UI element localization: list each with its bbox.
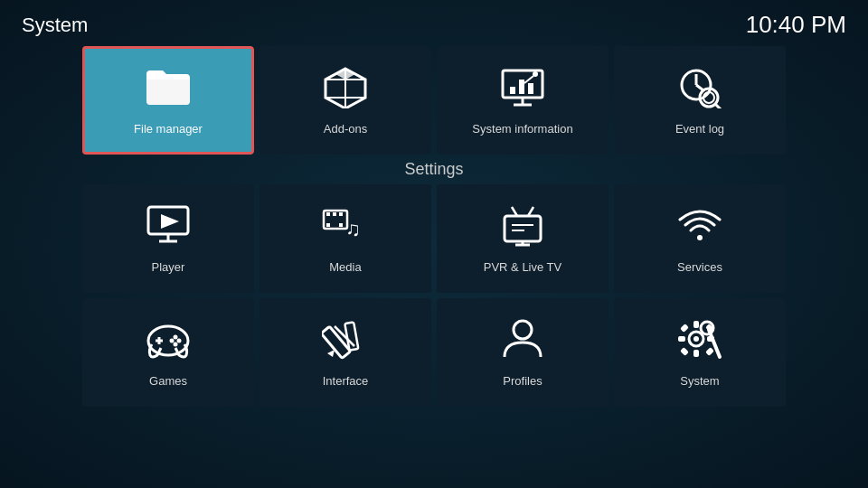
media-icon: ♫ <box>322 203 369 253</box>
svg-point-49 <box>514 321 532 339</box>
pvr-live-tv-icon <box>499 203 546 253</box>
profiles-label: Profiles <box>503 374 542 388</box>
tile-system[interactable]: System <box>614 298 786 407</box>
svg-rect-52 <box>693 321 699 328</box>
event-log-label: Event log <box>675 122 724 136</box>
svg-rect-28 <box>339 223 343 227</box>
media-label: Media <box>329 260 361 274</box>
svg-rect-27 <box>326 223 330 227</box>
profiles-icon <box>499 317 546 367</box>
settings-row-1: Player ♫ Media <box>0 184 868 293</box>
svg-point-51 <box>693 336 699 342</box>
svg-rect-59 <box>705 347 714 356</box>
tile-profiles[interactable]: Profiles <box>437 298 609 407</box>
tile-add-ons[interactable]: Add-ons <box>259 46 431 155</box>
svg-text:♫: ♫ <box>345 218 361 240</box>
file-manager-label: File manager <box>134 122 203 136</box>
svg-marker-4 <box>335 69 355 80</box>
svg-rect-25 <box>333 212 336 216</box>
settings-row-2: Games Interface Profiles <box>0 298 868 407</box>
tile-media[interactable]: ♫ Media <box>259 184 431 293</box>
svg-line-11 <box>524 76 533 83</box>
svg-marker-46 <box>327 350 335 357</box>
svg-rect-9 <box>519 80 524 94</box>
player-label: Player <box>152 260 185 274</box>
file-manager-icon <box>145 65 192 115</box>
svg-rect-56 <box>680 324 689 333</box>
svg-line-17 <box>715 104 722 108</box>
svg-rect-58 <box>680 347 689 356</box>
interface-label: Interface <box>323 374 369 388</box>
svg-point-42 <box>177 339 182 343</box>
svg-marker-22 <box>161 214 179 229</box>
interface-icon <box>322 317 369 367</box>
system-information-label: System information <box>472 122 572 136</box>
add-ons-icon <box>322 65 369 115</box>
services-label: Services <box>677 260 722 274</box>
svg-rect-24 <box>326 212 330 216</box>
svg-point-43 <box>174 343 178 347</box>
svg-rect-26 <box>339 212 343 216</box>
svg-rect-30 <box>505 216 541 241</box>
svg-rect-54 <box>678 336 685 342</box>
svg-point-44 <box>170 339 175 343</box>
tile-games[interactable]: Games <box>82 298 254 407</box>
tile-player[interactable]: Player <box>82 184 254 293</box>
add-ons-label: Add-ons <box>324 122 367 136</box>
settings-heading: Settings <box>0 160 868 179</box>
tile-interface[interactable]: Interface <box>259 298 431 407</box>
event-log-icon <box>676 65 723 115</box>
pvr-live-tv-label: PVR & Live TV <box>484 260 561 274</box>
tile-event-log[interactable]: Event log <box>614 46 786 155</box>
svg-point-37 <box>697 235 703 240</box>
tile-file-manager[interactable]: File manager <box>82 46 254 155</box>
system-icon <box>676 317 723 367</box>
svg-rect-8 <box>510 87 515 94</box>
clock: 10:40 PM <box>746 11 846 39</box>
tile-services[interactable]: Services <box>614 184 786 293</box>
app-title: System <box>22 14 88 37</box>
games-icon <box>145 317 192 367</box>
system-information-icon <box>499 65 546 115</box>
svg-rect-10 <box>528 83 533 94</box>
svg-rect-53 <box>693 350 699 357</box>
games-label: Games <box>149 374 187 388</box>
svg-point-12 <box>533 71 538 77</box>
system-label: System <box>680 374 719 388</box>
svg-point-41 <box>174 335 178 340</box>
services-icon <box>676 203 723 253</box>
tile-pvr-live-tv[interactable]: PVR & Live TV <box>437 184 609 293</box>
tile-system-information[interactable]: System information <box>437 46 609 155</box>
svg-point-38 <box>148 326 188 355</box>
player-icon <box>145 203 192 253</box>
